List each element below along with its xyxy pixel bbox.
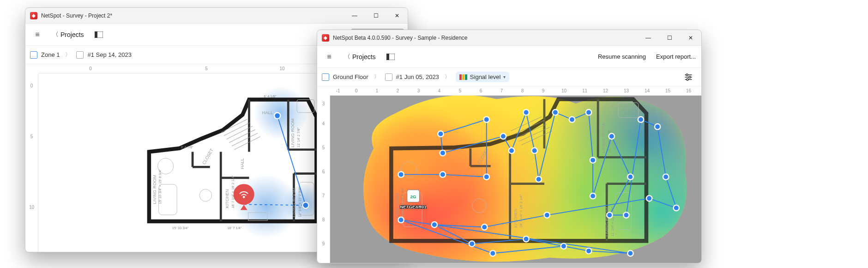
toolbar: ≡ 〈 Projects Resume scanning Export repo…	[317, 46, 701, 68]
svg-text:KITCHEN: KITCHEN	[513, 208, 518, 228]
svg-point-82	[536, 177, 541, 182]
svg-point-92	[638, 117, 644, 122]
svg-text:LIVING ROOM: LIVING ROOM	[604, 207, 609, 237]
svg-point-101	[523, 236, 529, 242]
heatmap-canvas[interactable]: LIVING ROOM 15' 10 3/4" × 15' 8 3/4" KIT…	[330, 96, 701, 263]
ruler-tick: 7	[491, 88, 512, 93]
scan-name[interactable]: #1 Jun 05, 2023	[396, 73, 439, 80]
svg-point-105	[490, 250, 495, 256]
svg-text:LIVING ROOM: LIVING ROOM	[290, 118, 295, 147]
svg-point-86	[590, 157, 596, 163]
ruler-tick: 10	[270, 66, 294, 71]
svg-point-13	[199, 189, 211, 201]
scan-name[interactable]: #1 Sep 14, 2023	[87, 51, 131, 58]
back-projects[interactable]: 〈 Projects	[48, 29, 88, 41]
svg-point-80	[523, 110, 529, 115]
layout-toggle-icon[interactable]	[90, 26, 107, 43]
ruler-tick: 15	[657, 88, 678, 93]
window-controls: — ☐ ✕	[344, 8, 408, 24]
svg-point-106	[561, 244, 567, 249]
minimize-button[interactable]: —	[344, 8, 365, 24]
chevron-left-icon: 〈	[344, 53, 350, 61]
svg-text:HALL: HALL	[262, 110, 273, 115]
close-button[interactable]: ✕	[386, 8, 408, 24]
ruler-tick: 5	[450, 88, 470, 93]
svg-text:HALL: HALL	[240, 158, 245, 170]
svg-point-76	[438, 131, 443, 137]
close-button[interactable]: ✕	[680, 30, 701, 46]
svg-text:15' 10 3/4": 15' 10 3/4"	[172, 226, 189, 230]
ruler-vertical: 3 4 5 6 7 8 9	[317, 96, 330, 263]
chevron-right-icon: 〉	[443, 73, 452, 81]
zone-name[interactable]: Ground Floor	[333, 73, 368, 80]
zone-name[interactable]: Zone 1	[41, 51, 60, 58]
svg-point-74	[484, 174, 489, 180]
ruler-tick: 5	[143, 66, 270, 71]
hamburger-icon[interactable]: ≡	[29, 26, 46, 43]
visualization-dropdown[interactable]: Signal level ▾	[456, 72, 510, 82]
svg-point-100	[469, 241, 475, 246]
ruler-tick: 16	[678, 88, 699, 93]
ruler-tick: 9	[533, 88, 554, 93]
window-title: NetSpot - Survey - Project 2*	[41, 12, 344, 19]
svg-rect-38	[386, 54, 389, 60]
svg-text:15' 10 3/4" × 15' 8 3/4": 15' 10 3/4" × 15' 8 3/4"	[158, 169, 162, 204]
svg-text:8' 4 7/8": 8' 4 7/8"	[181, 145, 193, 149]
maximize-button[interactable]: ☐	[659, 30, 680, 46]
svg-point-104	[398, 217, 404, 223]
export-report[interactable]: Export report...	[654, 50, 698, 63]
svg-text:NETGEAR01: NETGEAR01	[400, 204, 427, 209]
svg-point-97	[544, 212, 550, 218]
window-controls: — ☐ ✕	[638, 30, 701, 46]
titlebar: ◆ NetSpot Beta 4.0.0.590 - Survey - Samp…	[317, 30, 701, 46]
ruler-tick: 3	[317, 96, 330, 111]
ruler-tick: 3	[408, 88, 429, 93]
maximize-button[interactable]: ☐	[365, 8, 386, 24]
ruler-tick: 13	[616, 88, 637, 93]
ruler-tick: 4	[429, 88, 450, 93]
layout-toggle-icon[interactable]	[382, 49, 399, 65]
zone-icon	[30, 51, 37, 59]
svg-text:16' 7 1/4" × 16' 2 1/4": 16' 7 1/4" × 16' 2 1/4"	[519, 195, 523, 228]
settings-icon[interactable]	[680, 69, 697, 85]
svg-point-73	[440, 171, 446, 177]
ruler-tick: 1	[367, 88, 387, 93]
svg-point-91	[623, 212, 629, 218]
ruler-tick: 0	[25, 73, 38, 97]
minimize-button[interactable]: —	[638, 30, 659, 46]
svg-point-44	[687, 79, 688, 80]
hamburger-icon[interactable]: ≡	[321, 49, 338, 65]
svg-point-36	[243, 196, 245, 198]
svg-point-43	[689, 76, 691, 78]
canvas-area[interactable]: -1 0 1 2 3 4 5 6 7 8 9 10 11 12 13 14 15…	[317, 86, 701, 263]
svg-point-77	[440, 150, 446, 156]
ruler-tick: 0	[346, 88, 367, 93]
svg-point-99	[432, 222, 437, 227]
svg-point-88	[609, 134, 615, 139]
chevron-right-icon: 〉	[372, 73, 381, 81]
ruler-tick: 10	[25, 175, 38, 239]
svg-point-103	[627, 250, 633, 256]
window-title: NetSpot Beta 4.0.0.590 - Survey - Sample…	[333, 35, 638, 41]
svg-point-83	[553, 110, 558, 115]
resume-scanning[interactable]: Resume scanning	[596, 50, 648, 63]
svg-point-94	[663, 174, 669, 180]
svg-point-42	[686, 74, 688, 76]
svg-point-79	[509, 148, 514, 153]
svg-point-95	[674, 205, 679, 211]
svg-text:LIVING ROOM: LIVING ROOM	[152, 175, 157, 204]
svg-text:2G: 2G	[410, 194, 416, 199]
back-projects[interactable]: 〈 Projects	[340, 51, 380, 63]
chevron-down-icon: ▾	[503, 74, 506, 79]
svg-point-78	[500, 134, 506, 139]
svg-point-81	[531, 148, 537, 153]
breadcrumb-bar: Ground Floor 〉 #1 Jun 05, 2023 〉 Signal …	[317, 68, 701, 86]
ruler-tick: 11	[574, 88, 595, 93]
svg-text:11' 1/4" × 11' 2 3/4": 11' 1/4" × 11' 2 3/4"	[610, 206, 615, 237]
signal-bars-icon	[459, 74, 467, 80]
ruler-tick: 12	[595, 88, 616, 93]
svg-text:CLOSET: CLOSET	[201, 147, 214, 165]
svg-point-98	[482, 224, 487, 230]
ruler-tick: 5	[317, 135, 330, 159]
visualization-label: Signal level	[470, 73, 501, 80]
